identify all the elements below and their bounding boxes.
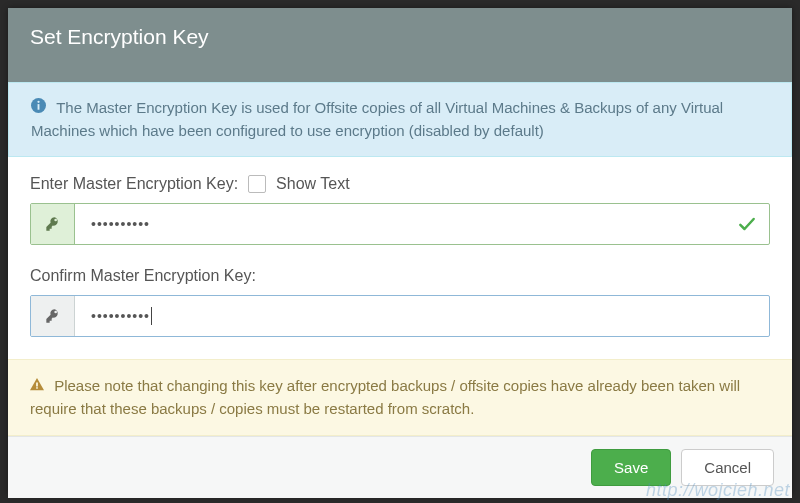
enter-key-input-group: •••••••••• <box>30 203 770 245</box>
dialog-title: Set Encryption Key <box>30 25 209 48</box>
set-encryption-key-dialog: Set Encryption Key The Master Encryption… <box>8 8 792 495</box>
warning-text: Please note that changing this key after… <box>30 377 740 417</box>
svg-point-2 <box>37 101 39 103</box>
dialog-header: Set Encryption Key <box>8 8 792 82</box>
show-text-checkbox[interactable] <box>248 175 266 193</box>
key-icon <box>31 204 75 244</box>
confirm-key-label: Confirm Master Encryption Key: <box>30 267 256 285</box>
text-caret <box>151 307 152 325</box>
enter-key-label: Enter Master Encryption Key: <box>30 175 238 193</box>
show-text-label: Show Text <box>276 175 350 193</box>
enter-key-label-row: Enter Master Encryption Key: Show Text <box>30 175 770 193</box>
cancel-button[interactable]: Cancel <box>681 449 774 486</box>
form-area: Enter Master Encryption Key: Show Text •… <box>8 157 792 359</box>
confirm-key-input[interactable]: •••••••••• <box>75 296 769 336</box>
info-icon <box>31 99 50 116</box>
check-icon <box>725 204 769 244</box>
svg-rect-1 <box>38 104 40 110</box>
key-icon <box>31 296 75 336</box>
info-banner: The Master Encryption Key is used for Of… <box>8 82 792 157</box>
dialog-footer: Save Cancel <box>8 436 792 498</box>
warning-banner: Please note that changing this key after… <box>8 359 792 436</box>
warning-icon <box>30 377 48 394</box>
enter-key-input[interactable]: •••••••••• <box>75 204 725 244</box>
confirm-key-label-row: Confirm Master Encryption Key: <box>30 267 770 285</box>
save-button[interactable]: Save <box>591 449 671 486</box>
enter-key-value: •••••••••• <box>91 216 150 232</box>
info-text: The Master Encryption Key is used for Of… <box>31 99 723 139</box>
confirm-key-input-group: •••••••••• <box>30 295 770 337</box>
confirm-key-value: •••••••••• <box>91 308 150 324</box>
